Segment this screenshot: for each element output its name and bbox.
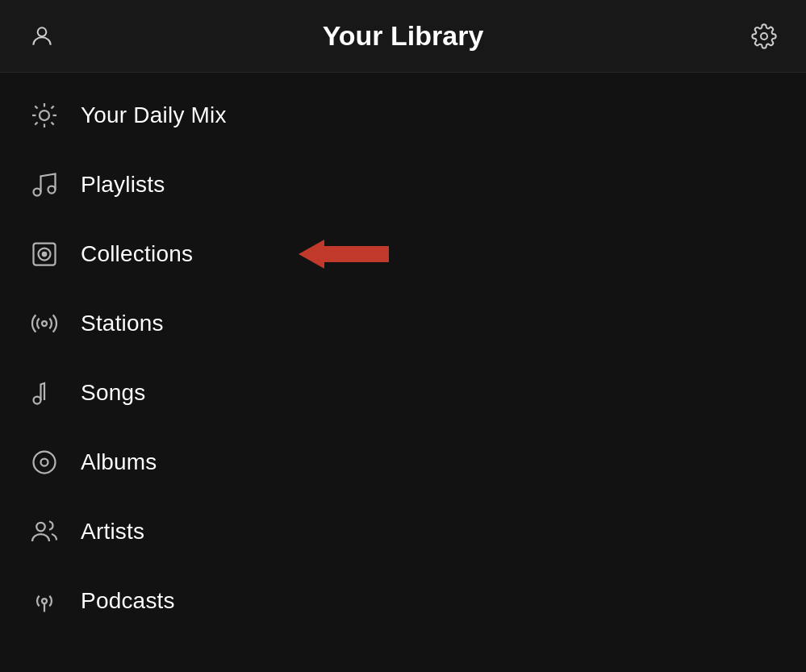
collections-arrow-annotation	[299, 240, 389, 269]
settings-button[interactable]	[746, 19, 782, 54]
svg-point-19	[41, 459, 48, 466]
svg-point-12	[48, 186, 56, 194]
sidebar-item-playlists[interactable]: Playlists	[0, 150, 806, 219]
sidebar-item-podcasts[interactable]: Podcasts	[0, 566, 806, 636]
header: Your Library	[0, 0, 806, 73]
vinyl-icon	[24, 234, 65, 274]
svg-point-18	[34, 452, 56, 474]
artists-label: Artists	[81, 519, 144, 545]
svg-point-1	[761, 33, 767, 40]
stations-label: Stations	[81, 311, 164, 336]
podcasts-label: Podcasts	[81, 588, 175, 614]
svg-line-5	[35, 106, 37, 108]
single-note-icon	[24, 373, 65, 413]
svg-point-0	[38, 27, 47, 36]
library-menu: Your Daily Mix Playlists Collections	[0, 73, 806, 644]
svg-point-15	[43, 253, 47, 257]
artist-icon	[24, 511, 65, 552]
svg-line-6	[51, 122, 53, 124]
albums-label: Albums	[81, 449, 157, 475]
sidebar-item-daily-mix[interactable]: Your Daily Mix	[0, 81, 806, 150]
page-title: Your Library	[60, 20, 746, 52]
sidebar-item-artists[interactable]: Artists	[0, 497, 806, 566]
svg-point-16	[42, 321, 47, 326]
daily-mix-label: Your Daily Mix	[81, 102, 227, 128]
sidebar-item-albums[interactable]: Albums	[0, 428, 806, 497]
sidebar-item-collections[interactable]: Collections	[0, 219, 806, 289]
profile-button[interactable]	[24, 19, 60, 54]
podcast-icon	[24, 581, 65, 621]
radio-icon	[24, 303, 65, 344]
svg-line-9	[35, 122, 37, 124]
sun-icon	[24, 95, 65, 136]
songs-label: Songs	[81, 380, 145, 406]
playlists-label: Playlists	[81, 172, 165, 198]
svg-point-11	[34, 189, 41, 196]
svg-point-21	[42, 599, 47, 603]
svg-point-20	[36, 523, 45, 532]
sidebar-item-stations[interactable]: Stations	[0, 289, 806, 358]
gear-icon	[751, 23, 777, 49]
svg-line-10	[51, 106, 53, 108]
person-icon	[29, 23, 55, 49]
sidebar-item-songs[interactable]: Songs	[0, 358, 806, 428]
music-notes-icon	[24, 165, 65, 205]
collections-label: Collections	[81, 241, 193, 267]
svg-point-17	[34, 397, 41, 404]
svg-point-2	[40, 111, 49, 120]
album-icon	[24, 442, 65, 482]
